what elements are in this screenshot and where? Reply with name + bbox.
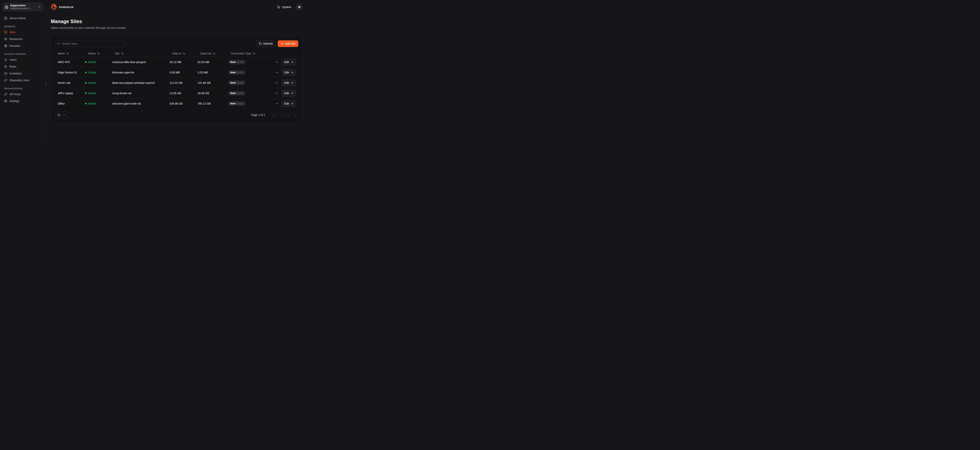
row-menu-button[interactable]: [274, 70, 279, 75]
add-site-button[interactable]: Add Site: [278, 40, 298, 47]
status-badge: Online: [85, 71, 112, 74]
avatar[interactable]: M: [296, 4, 302, 10]
sidebar-item-invitations[interactable]: Invitations: [3, 70, 43, 76]
sidebar-item-resources[interactable]: Resources: [3, 36, 43, 42]
sidebar-item-label: Server Admin: [10, 17, 26, 20]
brand-logo[interactable]: PANGOLIN: [51, 3, 73, 11]
sidebar-item-label: Invitations: [10, 72, 22, 75]
table-row: AWS VPC Online vivacious-little-blue-pen…: [55, 57, 298, 67]
connection-type-badge: Newtv1.3.2: [228, 101, 246, 106]
next-page-button[interactable]: [285, 112, 291, 118]
sidebar-nav: Server Admin GENERAL Sites Resources Dom…: [3, 15, 43, 104]
page-subtitle: Allow connectivity to your network throu…: [51, 26, 302, 29]
edit-button[interactable]: Edit: [282, 79, 296, 86]
column-header-site[interactable]: Site: [112, 52, 170, 55]
site-name: Edge Device 01: [55, 71, 85, 74]
sites-table: Name Online Site Data In: [55, 50, 298, 109]
first-page-button[interactable]: [270, 112, 277, 118]
link-icon: [4, 79, 7, 82]
app-root: Organization milo@fossorial.io's ... Ser…: [0, 0, 307, 139]
waypoints-icon: [4, 37, 7, 41]
arrow-right-icon: [291, 92, 293, 95]
table-header-row: Name Online Site Data In: [55, 50, 298, 57]
sidebar-item-settings[interactable]: Settings: [3, 98, 43, 104]
row-menu-button[interactable]: [274, 91, 279, 95]
table-row: Edge Device 01 Online fortunate-cape-fox…: [55, 67, 298, 78]
last-page-button[interactable]: [293, 112, 298, 118]
sidebar-item-api-keys[interactable]: API Keys: [3, 91, 43, 97]
gear-icon: [4, 100, 7, 103]
refresh-button[interactable]: Refresh: [256, 40, 276, 47]
connection-type-badge: Newtv1.3.2: [228, 60, 246, 65]
table-row: Office Online welcome-giant-mole-rat 534…: [55, 98, 298, 109]
sidebar-item-server-admin[interactable]: Server Admin: [3, 15, 43, 21]
theme-toggle-button[interactable]: System: [276, 5, 292, 10]
edit-button[interactable]: Edit: [282, 90, 296, 97]
plus-icon: [280, 42, 283, 45]
sidebar-item-users[interactable]: Users: [3, 57, 43, 63]
column-header-data-out[interactable]: Data Out: [197, 52, 228, 55]
data-in-value: 30.12 MB: [170, 60, 197, 63]
column-header-connection-type[interactable]: Connection Type: [228, 52, 274, 55]
column-header-data-in[interactable]: Data In: [170, 52, 197, 55]
sidebar-item-shareable-links[interactable]: Shareable Links: [3, 78, 43, 83]
moon-icon: [277, 5, 280, 9]
data-in-value: 12.65 GB: [170, 92, 197, 95]
status-badge: Online: [85, 102, 112, 105]
edit-button[interactable]: Edit: [282, 100, 296, 107]
ellipsis-icon: [275, 71, 278, 74]
row-menu-button[interactable]: [274, 60, 279, 65]
previous-page-button[interactable]: [278, 112, 284, 118]
row-menu-button[interactable]: [274, 81, 279, 85]
site-name: Jeff's Laptop: [55, 92, 85, 95]
data-in-value: 112.42 GB: [170, 81, 197, 84]
data-in-value: 5.00 MB: [170, 71, 197, 74]
online-dot-icon: [85, 103, 87, 105]
page-info: Page 1 of 1: [251, 113, 265, 117]
online-dot-icon: [85, 92, 87, 94]
sort-icon: [97, 52, 100, 55]
connection-type-badge: Newtv1.3.2: [228, 91, 246, 95]
chevrons-up-down-icon: [38, 6, 41, 8]
sidebar-item-sites[interactable]: Sites: [3, 29, 43, 35]
org-selector-label: Organization: [10, 4, 36, 7]
globe-icon: [4, 44, 7, 48]
connection-type-badge: Newtv1.3.2: [228, 81, 246, 85]
connection-type-badge: Newtv1.3.2: [228, 70, 246, 75]
theme-toggle-label: System: [282, 5, 291, 9]
page-size-select[interactable]: 20: [55, 112, 68, 118]
chevrons-right-icon: [294, 114, 297, 117]
sidebar-item-label: API Keys: [10, 93, 21, 96]
ellipsis-icon: [275, 81, 278, 84]
site-slug: smug-brown-rat: [112, 92, 170, 95]
edit-button[interactable]: Edit: [282, 69, 296, 76]
key-icon: [4, 93, 7, 96]
table-row: Jeff's Laptop Online smug-brown-rat 12.6…: [55, 88, 298, 98]
org-selector[interactable]: Organization milo@fossorial.io's ...: [3, 3, 43, 11]
data-in-value: 534.98 GB: [170, 102, 197, 105]
combine-icon: [4, 30, 7, 34]
row-menu-button[interactable]: [274, 101, 279, 106]
sidebar-item-label: Settings: [10, 100, 19, 103]
sites-card: Refresh Add Site Name: [51, 35, 302, 123]
sort-icon: [67, 52, 69, 55]
site-slug: dead-san-joaquin-antelope-squirrel: [112, 81, 170, 84]
sidebar-item-domains[interactable]: Domains: [3, 43, 43, 49]
chevrons-left-icon: [272, 114, 275, 117]
sidebar-resize-handle[interactable]: [46, 83, 46, 86]
status-badge: Online: [85, 92, 112, 95]
column-header-name[interactable]: Name: [55, 52, 85, 55]
sidebar-item-roles[interactable]: Roles: [3, 63, 43, 70]
data-out-value: 780.12 GB: [197, 102, 228, 105]
edit-button[interactable]: Edit: [282, 59, 296, 65]
data-out-value: 34.80 GB: [197, 92, 228, 95]
search-input[interactable]: [55, 40, 126, 47]
building-icon: [5, 5, 8, 9]
arrow-right-icon: [291, 71, 293, 74]
sidebar-section-access-control: ACCESS CONTROL: [4, 53, 43, 55]
ticket-check-icon: [4, 72, 7, 75]
sidebar-item-label: Sites: [10, 30, 16, 34]
column-header-online[interactable]: Online: [85, 52, 112, 55]
sidebar-section-general: GENERAL: [4, 25, 43, 28]
users-icon: [4, 65, 7, 68]
